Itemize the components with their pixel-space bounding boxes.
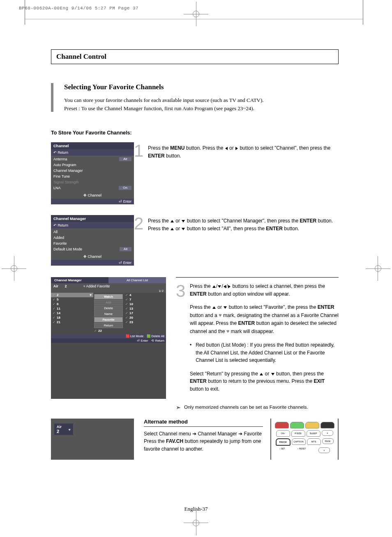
down-icon [182,228,185,230]
title-box: Channel Control [51,49,339,64]
osd-row-label: Antenna [53,157,67,161]
alt-line-1: Select Channel menu ➔ Channel Manager ➔ … [144,430,263,438]
osd-footer-enter: Enter [51,199,134,204]
osd-return: Return [51,222,134,229]
osd3-return: ⟲ Return [151,339,164,343]
right-icon [228,285,231,288]
remote-favch-button: FAV.CH [276,438,291,446]
osd3-enter: ⏎ Enter [137,339,148,343]
crop-mark [375,265,381,272]
osd-row-value: All [120,247,131,251]
crop-mark [193,11,199,17]
accent-bar [51,83,53,112]
alt-line-2: Press the FAV.CH button repeatedly to ju… [144,437,263,453]
osd3-opt-watch: Watch [94,294,123,299]
remote-diagram: ON-DEMAND P.SIZE SLEEP ∧ FAV.CH CAPTION … [270,419,339,460]
remote-reset-label: ○ RESET [297,447,306,453]
heart-icon: ♥ [68,428,70,432]
alt-osd-source: Air [57,425,62,429]
osd3-right-column: ✓4 ✓7 ✓10 ✓13 ✓17 ✓20 ✓23 [124,293,166,334]
left-icon [225,147,228,150]
remote-red-button [275,422,289,428]
step-2-text: Press the or button to select "Channel M… [148,215,339,270]
remote-btn: MTS [307,438,321,445]
note: ➣ Only memorized channels can be set as … [176,405,339,410]
down-icon [224,306,227,309]
osd-channel: Channel Return AntennaAir Auto Program C… [51,142,134,204]
osd3-opt-name: Name [94,311,123,317]
osd-row-label: Signal Strength [53,180,79,184]
alt-osd: Air 2 ♥ [51,419,134,460]
osd-row-label: Channel Manager [53,169,83,173]
remote-btn: ON-DEMAND [276,430,290,437]
osd-footer-move: Channel [51,252,134,260]
remote-page-up: ∧ [322,430,333,436]
remote-btn: CAPTION [292,438,306,445]
remote-btn: SLEEP [307,430,321,437]
alt-heading: Alternate method [144,419,263,427]
heart-icon: ♥ [219,312,222,318]
osd-row-label: Added [53,236,64,240]
note-icon: ➣ [176,405,181,410]
crop-corner [363,0,363,25]
osd3-delete-all: Delete All [147,334,164,338]
osd-all-channel-list: Channel Manager All Channel List Air 2 A… [51,277,166,398]
section-intro-1: You can store your favorite channels for… [64,96,339,104]
osd3-opt-add: Add [94,300,123,305]
osd-row-label: Auto Program [53,163,76,167]
osd3-options: Watch Add Delete Name Favorite Return ✓2… [93,293,124,334]
crop-mark [193,520,199,526]
step-number-3: 3 [176,282,190,398]
osd-row-label: Favorite [53,241,67,245]
alt-osd-channel: 2 [57,429,62,434]
osd-row-label: Fine Tune [53,174,70,178]
remote-page-label: PAGE [322,438,334,444]
osd3-channel-num: 2 [65,284,67,288]
osd3-subtitle: All Channel List [108,277,166,283]
osd-row-label: Default List Mode [53,247,82,251]
crop-corner [25,0,25,25]
remote-green-button [290,422,304,428]
down-icon [218,285,221,288]
up-icon [171,228,174,230]
step-1-text: Press the MENU button. Press the or butt… [148,142,339,208]
section-title: Selecting Your Favorite Channels [64,83,339,91]
osd3-opt-favorite: Favorite [94,317,123,322]
left-icon [224,285,226,288]
print-header: BP68-00620A-00Eng 9/14/06 5:27 PM Page 3… [19,6,138,11]
step-number-1: 1 [134,142,148,208]
osd-channel-manager: Channel Manager Return All Added Favorit… [51,215,134,266]
osd-title: Channel Manager [51,215,134,222]
right-icon [235,147,238,150]
page-footer: English-37 [184,506,208,512]
crop-mark [11,265,17,272]
up-icon [171,220,174,222]
remote-btn: P.SIZE [291,430,305,437]
osd-row-value: On [119,186,131,190]
down-icon [182,220,185,222]
crop-line-top [25,19,363,19]
up-icon [212,306,216,309]
step-number-2: 2 [134,215,148,270]
remote-page-down: ∨ [318,447,330,453]
osd-row-label: LNA [53,186,61,190]
osd-title: Channel [51,142,134,149]
section-intro-2: Preset : To use the Channel Manager func… [64,104,339,113]
osd3-left-column: ✓2♥ ✓5 ✓8 ✓11 ✓14 ✓18 ✓21 [51,293,93,334]
osd3-opt-return: Return [94,323,123,328]
osd3-source: Air [53,284,58,288]
osd-row-value: Air [119,157,131,161]
osd-footer-move: Channel [51,191,134,199]
up-icon [260,373,263,375]
osd3-list-mode: List Mode [126,334,144,338]
osd3-opt-delete: Delete [94,306,123,311]
remote-set-label: ○ SET [279,447,285,453]
osd-return: Return [51,149,134,156]
osd-row-label: All [53,230,58,234]
osd3-page: 1/ 2 [51,289,166,293]
sub-heading: To Store Your Favorite Channels: [51,130,339,136]
up-icon [212,285,216,288]
remote-yellow-button [305,422,319,428]
down-icon [271,373,274,375]
step-3-text: Press the /// buttons to select a channe… [190,282,339,398]
